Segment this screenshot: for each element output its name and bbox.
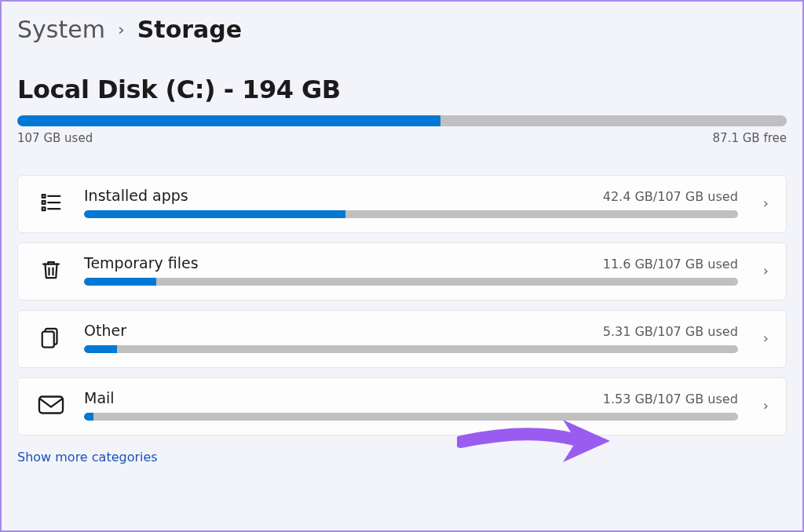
storage-row-body: Other5.31 GB/107 GB used xyxy=(84,322,738,353)
chevron-right-icon: › xyxy=(763,330,769,346)
svg-rect-10 xyxy=(39,397,63,414)
trash-icon xyxy=(35,254,67,286)
storage-category-list: Installed apps42.4 GB/107 GB used›Tempor… xyxy=(17,175,787,435)
storage-row-bar xyxy=(84,210,738,218)
storage-row-usage: 1.53 GB/107 GB used xyxy=(603,392,738,406)
storage-row-usage: 42.4 GB/107 GB used xyxy=(603,189,738,204)
svg-rect-4 xyxy=(42,207,46,210)
show-more-link[interactable]: Show more categories xyxy=(17,450,158,465)
mail-icon xyxy=(35,389,67,421)
svg-rect-2 xyxy=(42,201,46,204)
disk-usage-bar xyxy=(17,115,787,126)
disk-used-label: 107 GB used xyxy=(17,131,93,145)
chevron-right-icon: › xyxy=(763,262,769,279)
storage-row-fill xyxy=(84,413,93,421)
storage-row-other[interactable]: Other5.31 GB/107 GB used› xyxy=(17,310,787,368)
storage-row-bar xyxy=(84,278,738,286)
svg-rect-9 xyxy=(42,332,54,348)
storage-row-body: Temporary files11.6 GB/107 GB used xyxy=(84,254,738,286)
storage-row-body: Installed apps42.4 GB/107 GB used xyxy=(84,187,738,218)
disk-stats: 107 GB used 87.1 GB free xyxy=(17,131,787,145)
apps-icon xyxy=(35,187,67,218)
chevron-right-icon: › xyxy=(118,20,125,39)
storage-row-fill xyxy=(84,278,156,286)
storage-row-fill xyxy=(84,345,117,353)
disk-free-label: 87.1 GB free xyxy=(713,131,787,145)
breadcrumb: System › Storage xyxy=(17,16,787,43)
storage-row-name: Temporary files xyxy=(84,254,199,271)
storage-row-name: Other xyxy=(84,322,126,339)
storage-row-bar xyxy=(84,345,738,353)
disk-title: Local Disk (C:) - 194 GB xyxy=(17,75,787,104)
storage-row-bar xyxy=(84,413,738,421)
chevron-right-icon: › xyxy=(763,195,769,211)
storage-row-body: Mail1.53 GB/107 GB used xyxy=(84,389,738,421)
storage-row-name: Mail xyxy=(84,389,115,406)
other-icon xyxy=(35,322,67,353)
breadcrumb-parent[interactable]: System xyxy=(17,16,105,43)
breadcrumb-current: Storage xyxy=(137,16,242,43)
chevron-right-icon: › xyxy=(763,397,769,414)
svg-rect-0 xyxy=(42,195,46,198)
storage-row-name: Installed apps xyxy=(84,187,188,204)
storage-row-apps[interactable]: Installed apps42.4 GB/107 GB used› xyxy=(17,175,787,233)
storage-row-mail[interactable]: Mail1.53 GB/107 GB used› xyxy=(17,377,787,435)
storage-row-fill xyxy=(84,210,345,218)
storage-row-trash[interactable]: Temporary files11.6 GB/107 GB used› xyxy=(17,242,787,301)
storage-row-usage: 5.31 GB/107 GB used xyxy=(603,324,738,339)
storage-row-usage: 11.6 GB/107 GB used xyxy=(603,257,738,271)
disk-usage-fill xyxy=(17,115,440,126)
